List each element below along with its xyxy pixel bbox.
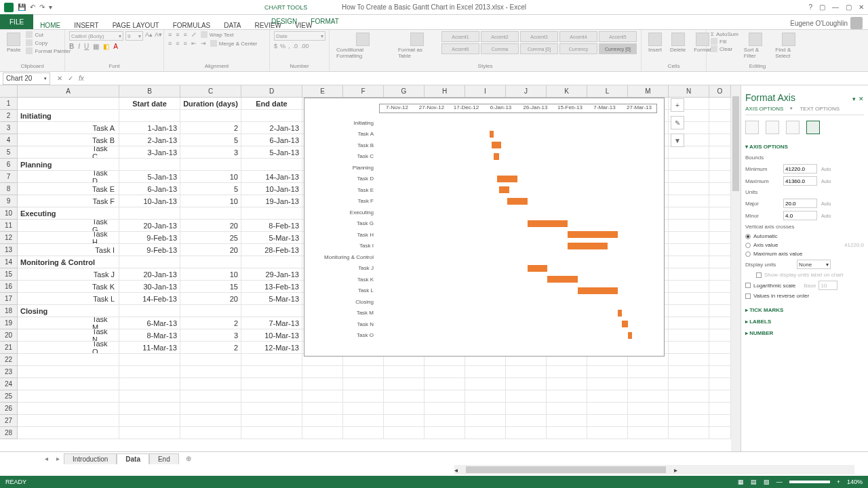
autosum-button[interactable]: ΣAutoSum [711,31,738,37]
effects-icon[interactable] [766,121,779,134]
cell[interactable] [241,256,302,268]
cell[interactable] [241,403,302,415]
cell[interactable] [628,427,669,439]
cell[interactable] [302,415,343,427]
cell[interactable] [506,427,547,439]
cell[interactable] [119,305,180,317]
cell[interactable]: 2 [180,317,241,329]
cell[interactable] [180,207,241,220]
row-header[interactable]: 24 [0,378,18,390]
cell[interactable] [709,281,731,293]
clear-button[interactable]: Clear [711,45,738,52]
cell[interactable]: Task F [18,195,119,207]
increase-font-icon[interactable]: A▴ [145,31,153,41]
cell[interactable]: Task H [18,232,119,244]
zoom-out-icon[interactable]: — [776,479,783,485]
bounds-min-input[interactable] [783,164,817,174]
cell[interactable]: Task M [18,317,119,329]
cell-style[interactable]: Accent4 [559,31,597,42]
col-header[interactable]: K [547,85,587,98]
gantt-bar[interactable] [497,176,517,182]
cell[interactable] [465,366,506,378]
cell[interactable] [709,305,731,317]
minimize-icon[interactable]: — [832,3,839,11]
cell[interactable] [669,171,709,183]
cell[interactable] [241,366,302,378]
cell-style[interactable]: Accent2 [481,31,519,42]
cell[interactable] [241,378,302,390]
help-icon[interactable]: ? [808,3,812,11]
gantt-bar[interactable] [492,142,502,148]
col-header[interactable]: A [18,85,119,98]
cell[interactable] [119,159,180,171]
spreadsheet-grid[interactable]: ABCDEFGHIJKLMNO 1Start dateDuration (day… [0,85,741,451]
cell[interactable] [587,378,628,390]
cell[interactable] [709,183,731,195]
row-header[interactable]: 16 [0,281,18,293]
cell[interactable]: Initiating [18,110,119,122]
cell[interactable]: 5-Mar-13 [241,293,302,305]
gantt-bar[interactable] [494,153,500,160]
ribbon-options-icon[interactable]: ▢ [819,3,825,11]
cell[interactable] [709,98,731,110]
gantt-bar[interactable] [568,231,618,238]
cell[interactable]: 5-Jan-13 [241,146,302,159]
cell[interactable] [18,354,119,366]
cell[interactable] [628,390,669,403]
cell[interactable] [669,207,709,220]
axis-options-tab[interactable]: AXIS OPTIONS [745,106,783,112]
cell[interactable]: 9-Feb-13 [119,244,180,256]
cell[interactable] [241,427,302,439]
col-header[interactable]: C [180,85,241,98]
align-bot-icon[interactable]: ≡ [184,31,187,38]
cell[interactable] [119,427,180,439]
cell[interactable]: Task I [18,244,119,256]
cell[interactable] [709,378,731,390]
cell[interactable] [669,232,709,244]
row-header[interactable]: 28 [0,427,18,439]
row-header[interactable]: 9 [0,195,18,207]
gantt-bar[interactable] [499,186,509,193]
cell[interactable] [18,390,119,403]
cell[interactable] [241,390,302,403]
cell[interactable] [709,427,731,439]
vertical-scrollbar[interactable] [731,85,741,451]
align-top-icon[interactable]: ≡ [168,31,172,38]
cell[interactable] [587,427,628,439]
cell[interactable]: 20 [180,220,241,232]
pane-menu-icon[interactable]: ▾ [852,96,856,102]
cross-max-radio[interactable]: Maximum axis value [745,249,864,258]
cell[interactable] [119,366,180,378]
cell[interactable] [425,427,465,439]
cell[interactable]: Planning [18,159,119,171]
gantt-bar[interactable] [618,310,622,317]
row-header[interactable]: 3 [0,122,18,134]
gantt-bar[interactable] [578,287,618,294]
cell[interactable] [241,305,302,317]
cell[interactable] [119,378,180,390]
size-props-icon[interactable] [786,121,800,134]
chart-elements-button[interactable]: + [671,98,684,112]
bold-button[interactable]: B [69,43,74,50]
cell[interactable] [465,427,506,439]
cell-style[interactable]: Comma [0] [520,43,558,54]
cell[interactable] [241,207,302,220]
row-header[interactable]: 4 [0,134,18,146]
row-header[interactable]: 15 [0,268,18,281]
cell[interactable]: 5 [180,183,241,195]
col-header[interactable]: G [384,85,425,98]
cell[interactable] [425,390,465,403]
cell[interactable]: 10-Jan-13 [119,195,180,207]
cell[interactable] [669,354,709,366]
row-header[interactable]: 6 [0,159,18,171]
cell[interactable] [709,256,731,268]
cell[interactable] [669,342,709,354]
cell[interactable] [669,293,709,305]
gantt-bar[interactable] [507,198,528,205]
gantt-chart[interactable]: 7-Nov-1227-Nov-1217-Dec-126-Jan-1326-Jan… [304,98,665,357]
cell[interactable] [119,110,180,122]
cell[interactable]: 20-Jan-13 [119,220,180,232]
name-box[interactable]: Chart 20▾ [3,73,50,85]
cell[interactable] [709,207,731,220]
zoom-value[interactable]: 140% [847,479,863,485]
